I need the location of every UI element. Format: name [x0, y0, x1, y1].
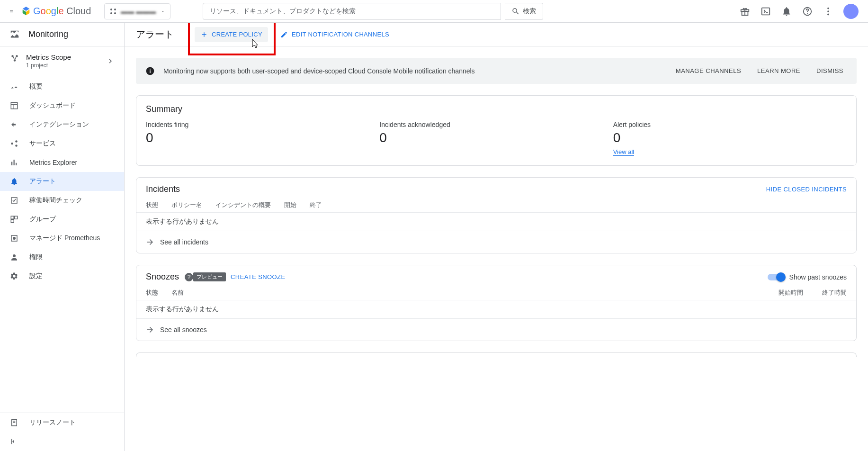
notes-icon: [9, 418, 19, 427]
page-title: アラート: [136, 28, 174, 41]
sidebar-item-services[interactable]: サービス: [0, 134, 124, 153]
logo[interactable]: Google Cloud: [21, 6, 91, 17]
svg-point-2: [110, 12, 112, 14]
gift-icon[interactable]: [739, 6, 751, 17]
svg-rect-29: [11, 220, 14, 223]
svg-rect-23: [11, 162, 12, 166]
svg-rect-25: [16, 163, 17, 165]
alert-policies: Alert policies 0 View all: [613, 116, 847, 156]
partial-card: [136, 352, 857, 357]
see-all-snoozes[interactable]: See all snoozes: [136, 318, 856, 341]
svg-point-20: [11, 143, 13, 145]
bell-icon[interactable]: [781, 6, 792, 17]
services-icon: [9, 139, 19, 148]
incidents-empty: 表示する行がありません: [136, 213, 856, 231]
create-policy-button[interactable]: CREATE POLICY: [195, 27, 268, 42]
avatar[interactable]: [843, 4, 859, 19]
svg-point-11: [827, 13, 829, 15]
hide-closed-button[interactable]: HIDE CLOSED INCIDENTS: [766, 186, 847, 193]
sidebar-item-metrics-explorer[interactable]: Metrics Explorer: [0, 153, 124, 172]
search-label: 検索: [523, 7, 536, 16]
incidents-columns: 状態 ポリシー名 インシデントの概要 開始 終了: [136, 196, 856, 213]
incidents-acknowledged: Incidents acknowledged 0: [379, 116, 613, 156]
top-header: Google Cloud ▬▬ ▬▬▬ リソース、ドキュメント、プロダクトなどを…: [0, 0, 868, 23]
manage-channels-link[interactable]: MANAGE CHANNELS: [672, 64, 745, 77]
sidebar-item-alerts[interactable]: アラート: [0, 172, 124, 191]
svg-point-1: [114, 9, 116, 10]
metrics-scope[interactable]: Metrics Scope 1 project: [0, 46, 124, 75]
svg-point-22: [15, 144, 18, 147]
search-button[interactable]: 検索: [505, 3, 543, 20]
svg-rect-24: [14, 160, 15, 165]
svg-point-0: [110, 9, 112, 10]
svg-point-39: [150, 68, 151, 69]
edit-channels-button[interactable]: EDIT NOTIFICATION CHANNELS: [275, 27, 395, 42]
content-header: アラート CREATE POLICY EDIT NOTIFICATION CHA…: [125, 23, 868, 46]
project-selector[interactable]: ▬▬ ▬▬▬: [104, 3, 170, 19]
search-placeholder: リソース、ドキュメント、プロダクトなどを検索: [210, 7, 356, 16]
bar-chart-icon: [9, 158, 19, 167]
collapse-sidebar[interactable]: [0, 432, 124, 451]
svg-point-14: [14, 59, 16, 62]
sidebar-item-prometheus[interactable]: マネージド Prometheus: [0, 229, 124, 248]
more-icon[interactable]: [823, 6, 834, 17]
info-icon: [145, 66, 155, 76]
scope-title: Metrics Scope: [26, 53, 71, 61]
see-all-incidents[interactable]: See all incidents: [136, 231, 856, 253]
sidebar: Monitoring Metrics Scope 1 project 概要 ダッ…: [0, 23, 125, 451]
snoozes-card: Snoozes ? プレビュー CREATE SNOOZE Show past …: [136, 265, 857, 341]
banner-text: Monitoring now supports both user-scoped…: [163, 67, 663, 75]
svg-rect-27: [11, 216, 14, 219]
menu-icon[interactable]: [6, 6, 17, 17]
dashboard-icon: [9, 101, 19, 110]
svg-rect-28: [15, 216, 18, 219]
show-past-toggle[interactable]: [768, 274, 785, 280]
search-input[interactable]: リソース、ドキュメント、プロダクトなどを検索: [203, 3, 501, 20]
gear-icon: [9, 272, 19, 280]
sidebar-item-groups[interactable]: グループ: [0, 210, 124, 229]
sidebar-item-permissions[interactable]: 権限: [0, 248, 124, 267]
show-past-label: Show past snoozes: [789, 273, 847, 281]
svg-point-32: [13, 254, 16, 257]
svg-rect-38: [150, 70, 151, 73]
svg-rect-17: [11, 102, 18, 109]
incidents-card: Incidents HIDE CLOSED INCIDENTS 状態 ポリシー名…: [136, 177, 857, 253]
person-icon: [9, 253, 19, 262]
svg-point-9: [827, 7, 829, 9]
help-icon[interactable]: [802, 6, 813, 17]
bell-icon: [9, 177, 19, 186]
snoozes-empty: 表示する行がありません: [136, 300, 856, 318]
snoozes-columns: 状態 名前 開始時間 終了時間: [136, 284, 856, 300]
svg-point-10: [827, 10, 829, 12]
header-icons: [739, 4, 859, 19]
sidebar-item-settings[interactable]: 設定: [0, 267, 124, 286]
svg-point-31: [13, 237, 16, 240]
svg-point-21: [15, 140, 18, 143]
sidebar-item-uptime[interactable]: 稼働時間チェック: [0, 191, 124, 210]
sidebar-item-dashboard[interactable]: ダッシュボード: [0, 96, 124, 115]
svg-line-15: [13, 57, 14, 59]
view-all-link[interactable]: View all: [613, 148, 635, 156]
learn-more-link[interactable]: LEARN MORE: [753, 64, 804, 77]
scope-subtitle: 1 project: [26, 62, 71, 69]
sidebar-item-integration[interactable]: インテグレーション: [0, 115, 124, 134]
preview-badge: プレビュー: [193, 272, 226, 281]
summary-card: Summary Incidents firing 0 Incidents ack…: [136, 95, 857, 166]
chart-icon: [9, 82, 19, 91]
sidebar-item-overview[interactable]: 概要: [0, 77, 124, 96]
cloud-shell-icon[interactable]: [760, 6, 771, 17]
snoozes-title: Snoozes: [146, 272, 179, 282]
create-snooze-button[interactable]: CREATE SNOOZE: [231, 273, 285, 280]
incidents-title: Incidents: [146, 184, 180, 194]
svg-point-3: [114, 12, 116, 14]
prometheus-icon: [9, 234, 19, 243]
dismiss-button[interactable]: DISMISS: [813, 64, 847, 77]
group-icon: [9, 215, 19, 224]
product-title: Monitoring: [0, 23, 124, 46]
help-icon[interactable]: ?: [185, 273, 193, 281]
info-banner: Monitoring now supports both user-scoped…: [136, 58, 857, 84]
integration-icon: [9, 120, 19, 129]
sidebar-item-release-notes[interactable]: リリースノート: [0, 413, 124, 432]
incidents-firing: Incidents firing 0: [146, 116, 379, 156]
content: アラート CREATE POLICY EDIT NOTIFICATION CHA…: [125, 23, 868, 451]
